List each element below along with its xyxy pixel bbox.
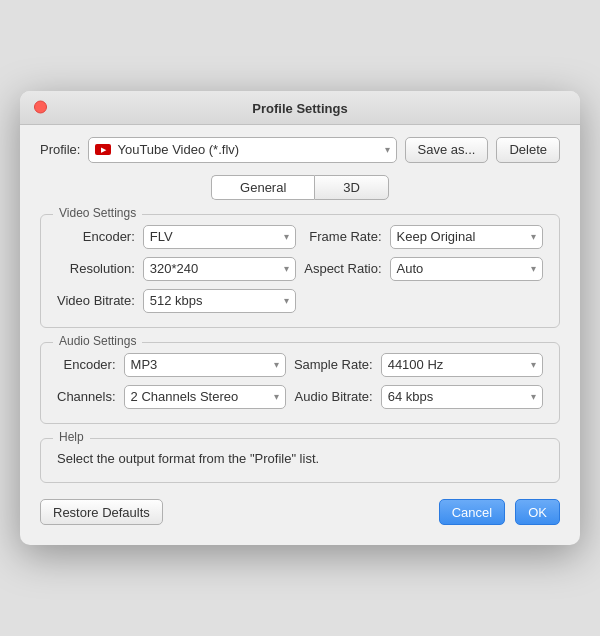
encoder-label: Encoder:: [57, 229, 135, 244]
sample-rate-label: Sample Rate:: [294, 357, 373, 372]
video-settings-title: Video Settings: [53, 206, 142, 220]
frame-rate-select[interactable]: Keep Original ▾: [390, 225, 543, 249]
delete-button[interactable]: Delete: [496, 137, 560, 163]
resolution-select[interactable]: 320*240 ▾: [143, 257, 296, 281]
sample-rate-select[interactable]: 44100 Hz ▾: [381, 353, 543, 377]
sample-rate-chevron-icon: ▾: [531, 359, 536, 370]
video-settings-grid: Encoder: FLV ▾ Frame Rate: Keep Original…: [57, 225, 543, 313]
save-as-button[interactable]: Save as...: [405, 137, 489, 163]
aspect-ratio-label: Aspect Ratio:: [304, 261, 381, 276]
channels-select[interactable]: 2 Channels Stereo ▾: [124, 385, 286, 409]
audio-bitrate-value: 64 kbps: [388, 389, 434, 404]
profile-row: Profile: YouTube Video (*.flv) ▾ Save as…: [40, 137, 560, 163]
close-button[interactable]: [34, 101, 47, 114]
channels-value: 2 Channels Stereo: [131, 389, 239, 404]
youtube-icon: [95, 144, 111, 155]
help-title: Help: [53, 430, 90, 444]
audio-settings-section: Audio Settings Encoder: MP3 ▾ Sample Rat…: [40, 342, 560, 424]
footer-right: Cancel OK: [439, 499, 560, 525]
video-bitrate-chevron-icon: ▾: [284, 295, 289, 306]
chevron-down-icon: ▾: [385, 144, 390, 155]
audio-bitrate-chevron-icon: ▾: [531, 391, 536, 402]
profile-value: YouTube Video (*.flv): [117, 142, 378, 157]
channels-label: Channels:: [57, 389, 116, 404]
sample-rate-value: 44100 Hz: [388, 357, 444, 372]
aspect-ratio-value: Auto: [397, 261, 424, 276]
content-area: Profile: YouTube Video (*.flv) ▾ Save as…: [20, 125, 580, 546]
resolution-label: Resolution:: [57, 261, 135, 276]
video-bitrate-select[interactable]: 512 kbps ▾: [143, 289, 296, 313]
audio-encoder-label: Encoder:: [57, 357, 116, 372]
video-settings-section: Video Settings Encoder: FLV ▾ Frame Rate…: [40, 214, 560, 328]
help-text: Select the output format from the "Profi…: [57, 451, 319, 466]
video-bitrate-label: Video Bitrate:: [57, 293, 135, 308]
aspect-ratio-select[interactable]: Auto ▾: [390, 257, 543, 281]
audio-encoder-select[interactable]: MP3 ▾: [124, 353, 286, 377]
video-bitrate-value: 512 kbps: [150, 293, 203, 308]
encoder-select[interactable]: FLV ▾: [143, 225, 296, 249]
audio-settings-grid: Encoder: MP3 ▾ Sample Rate: 44100 Hz ▾ C…: [57, 353, 543, 409]
channels-chevron-icon: ▾: [274, 391, 279, 402]
profile-select[interactable]: YouTube Video (*.flv) ▾: [88, 137, 396, 163]
ok-button[interactable]: OK: [515, 499, 560, 525]
restore-defaults-button[interactable]: Restore Defaults: [40, 499, 163, 525]
frame-rate-chevron-icon: ▾: [531, 231, 536, 242]
audio-encoder-chevron-icon: ▾: [274, 359, 279, 370]
tabs: General 3D: [40, 175, 560, 200]
resolution-value: 320*240: [150, 261, 198, 276]
resolution-chevron-icon: ▾: [284, 263, 289, 274]
tab-general[interactable]: General: [211, 175, 314, 200]
encoder-chevron-icon: ▾: [284, 231, 289, 242]
cancel-button[interactable]: Cancel: [439, 499, 505, 525]
window-title: Profile Settings: [252, 101, 347, 116]
frame-rate-value: Keep Original: [397, 229, 476, 244]
aspect-ratio-chevron-icon: ▾: [531, 263, 536, 274]
profile-label: Profile:: [40, 142, 80, 157]
help-section: Help Select the output format from the "…: [40, 438, 560, 484]
dialog-window: Profile Settings Profile: YouTube Video …: [20, 91, 580, 546]
frame-rate-label: Frame Rate:: [304, 229, 381, 244]
audio-bitrate-label: Audio Bitrate:: [294, 389, 373, 404]
audio-encoder-value: MP3: [131, 357, 158, 372]
encoder-value: FLV: [150, 229, 173, 244]
audio-settings-title: Audio Settings: [53, 334, 142, 348]
audio-bitrate-select[interactable]: 64 kbps ▾: [381, 385, 543, 409]
tab-3d[interactable]: 3D: [314, 175, 389, 200]
footer: Restore Defaults Cancel OK: [40, 499, 560, 529]
title-bar: Profile Settings: [20, 91, 580, 125]
